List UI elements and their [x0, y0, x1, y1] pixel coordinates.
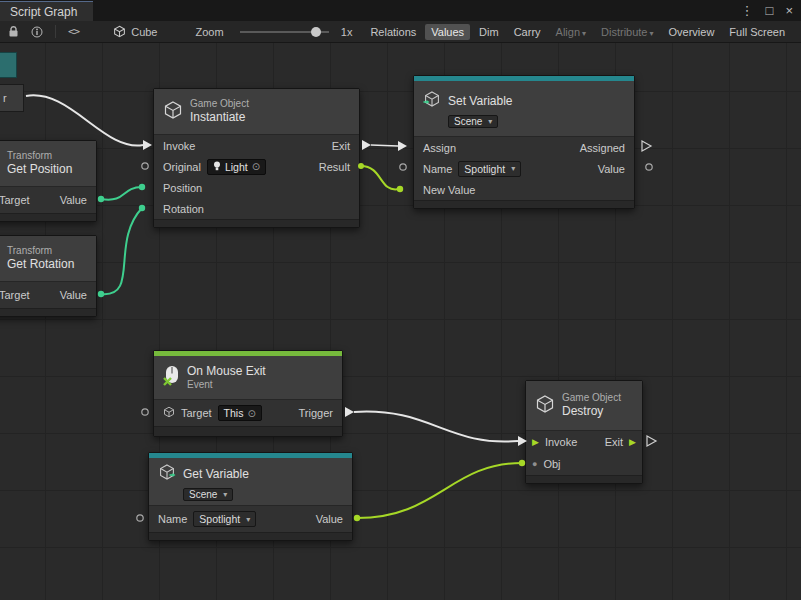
relations-button[interactable]: Relations — [364, 24, 422, 40]
port-result-label[interactable]: Result — [319, 161, 350, 173]
port-position-label[interactable]: Position — [163, 182, 202, 194]
code-view-icon[interactable]: <> — [68, 25, 79, 38]
object-field-light[interactable]: Light ⊙ — [207, 159, 266, 175]
toolbar-separator — [55, 25, 56, 38]
menu-icon[interactable]: ⋮ — [741, 3, 754, 18]
dim-button[interactable]: Dim — [473, 24, 505, 40]
port-value-label[interactable]: Value — [598, 163, 625, 175]
port-target-label[interactable]: Target — [0, 194, 30, 206]
object-picker-icon[interactable]: ⊙ — [252, 161, 260, 172]
port-name-label[interactable]: Name — [423, 163, 452, 175]
maximize-icon[interactable]: □ — [766, 3, 774, 18]
tab-bar: Script Graph ⋮ □ × — [0, 0, 801, 21]
game-object-icon — [163, 406, 175, 420]
obj-port-icon[interactable]: ● — [532, 460, 537, 469]
port-new-value-label[interactable]: New Value — [423, 184, 475, 196]
port-value-label[interactable]: Value — [60, 194, 87, 206]
port-target-label[interactable]: Target — [0, 289, 30, 301]
chevron-down-icon: ▾ — [582, 29, 586, 38]
flow-in-port-icon[interactable]: ▶ — [532, 438, 539, 447]
zoom-slider-knob[interactable] — [311, 27, 321, 37]
node-title: Destroy — [562, 404, 621, 419]
node-title: Get Variable — [183, 467, 249, 481]
graph-canvas[interactable]: r Transform Get Position Target Value Tr… — [0, 43, 801, 600]
port-assign-label[interactable]: Assign — [423, 142, 456, 154]
node-get-variable[interactable]: Get Variable Scene ▾ Name Spotlight ▾ — [148, 452, 353, 541]
values-button[interactable]: Values — [425, 24, 470, 40]
get-variable-icon — [158, 463, 176, 485]
graph-object-label: Cube — [131, 26, 157, 38]
zoom-label: Zoom — [195, 26, 223, 38]
tab-title: Script Graph — [10, 5, 77, 19]
node-footer — [0, 308, 96, 316]
align-button[interactable]: Align▾ — [550, 24, 592, 40]
port-exit-label[interactable]: Exit — [605, 436, 623, 448]
variable-scope-dropdown[interactable]: Scene ▾ — [448, 115, 498, 128]
node-type-label: Transform — [7, 245, 74, 258]
distribute-button[interactable]: Distribute▾ — [595, 24, 659, 40]
variable-name-dropdown[interactable]: Spotlight ▾ — [458, 161, 521, 177]
port-exit-label[interactable]: Exit — [332, 140, 350, 152]
overview-button[interactable]: Overview — [663, 24, 721, 40]
lock-icon[interactable] — [8, 25, 19, 38]
node-type-label: Game Object — [562, 392, 621, 405]
node-get-rotation[interactable]: Transform Get Rotation Target Value — [0, 235, 97, 317]
node-type-label: Game Object — [190, 98, 249, 111]
chevron-down-icon: ▾ — [223, 490, 227, 499]
port-trigger-label[interactable]: Trigger — [299, 407, 333, 419]
tab-script-graph[interactable]: Script Graph — [0, 1, 93, 21]
node-on-mouse-exit[interactable]: On Mouse Exit Event Target This ⊙ Trigge… — [153, 350, 343, 437]
node-footer — [154, 426, 342, 436]
node-title: On Mouse Exit — [187, 364, 266, 379]
port-rotation-label[interactable]: Rotation — [163, 203, 204, 215]
carry-button[interactable]: Carry — [508, 24, 547, 40]
clipped-node-fragment[interactable]: r — [0, 84, 24, 112]
cube-icon — [113, 25, 126, 38]
node-type-label: Transform — [7, 150, 72, 163]
node-destroy[interactable]: Game Object Destroy ▶ Invoke Exit ▶ ● Ob… — [525, 380, 643, 484]
variable-scope-dropdown[interactable]: Scene ▾ — [183, 488, 233, 501]
window-controls: ⋮ □ × — [741, 0, 801, 21]
port-assigned-label[interactable]: Assigned — [580, 142, 625, 154]
node-footer — [149, 532, 352, 540]
clipped-node-fragment[interactable] — [0, 52, 17, 78]
fragment-label: r — [3, 92, 7, 104]
port-target-label[interactable]: Target — [181, 407, 212, 419]
chevron-down-icon: ▾ — [246, 515, 250, 524]
node-title: Instantiate — [190, 110, 249, 125]
variable-name-dropdown[interactable]: Spotlight ▾ — [193, 511, 256, 527]
node-set-variable[interactable]: Set Variable Scene ▾ Assign Assigned Nam… — [413, 75, 635, 209]
port-invoke-label[interactable]: Invoke — [163, 140, 195, 152]
node-footer — [0, 213, 96, 221]
node-footer — [154, 219, 359, 227]
object-field-this[interactable]: This ⊙ — [218, 405, 262, 421]
game-object-icon — [535, 394, 555, 418]
port-original-label[interactable]: Original — [163, 161, 201, 173]
node-title: Set Variable — [448, 94, 512, 108]
script-graph-window: Script Graph ⋮ □ × <> Cube Zoom 1x — [0, 0, 801, 600]
fullscreen-button[interactable]: Full Screen — [723, 24, 791, 40]
chevron-down-icon: ▾ — [650, 29, 654, 38]
port-value-label[interactable]: Value — [60, 289, 87, 301]
port-name-label[interactable]: Name — [158, 513, 187, 525]
zoom-slider[interactable] — [240, 27, 329, 37]
node-instantiate[interactable]: Game Object Instantiate Invoke Exit Orig… — [153, 88, 360, 228]
toolbar-buttons: Relations Values Dim Carry Align▾ Distri… — [364, 24, 793, 40]
node-footer — [526, 475, 642, 483]
object-picker-icon[interactable]: ⊙ — [247, 408, 255, 419]
graph-object[interactable]: Cube — [113, 25, 157, 38]
light-icon — [213, 161, 221, 173]
port-obj-label[interactable]: Obj — [543, 458, 560, 470]
graph-toolbar: <> Cube Zoom 1x Relations Values Dim Car… — [0, 21, 801, 43]
set-variable-icon — [423, 90, 441, 112]
flow-out-port-icon[interactable]: ▶ — [629, 438, 636, 447]
chevron-down-icon: ▾ — [511, 164, 515, 173]
node-get-position[interactable]: Transform Get Position Target Value — [0, 140, 97, 222]
node-title: Get Position — [7, 162, 72, 177]
port-invoke-label[interactable]: Invoke — [545, 436, 577, 448]
chevron-down-icon: ▾ — [488, 117, 492, 126]
close-icon[interactable]: × — [785, 3, 793, 18]
info-icon[interactable] — [31, 26, 43, 38]
port-value-label[interactable]: Value — [316, 513, 343, 525]
mouse-event-icon — [163, 365, 180, 390]
